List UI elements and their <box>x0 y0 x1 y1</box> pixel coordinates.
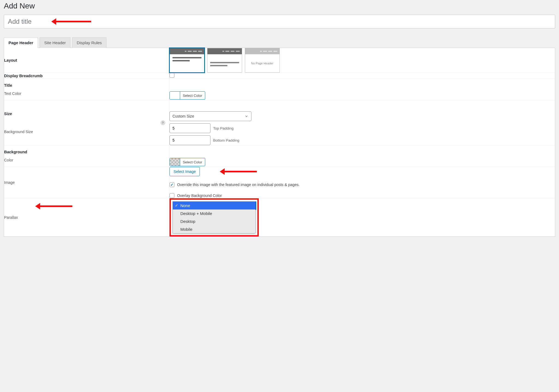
overlay-bg-checkbox[interactable] <box>170 193 174 198</box>
parallax-dropdown-open[interactable]: None Desktop + Mobile Desktop Mobile <box>173 201 256 234</box>
row-heading-title: Title <box>4 83 169 88</box>
layout-option-full-header[interactable] <box>170 48 204 73</box>
bg-color-button[interactable]: Select Color <box>170 158 205 166</box>
top-padding-input[interactable] <box>170 123 210 133</box>
tab-display-rules[interactable]: Display Rules <box>72 37 106 48</box>
bg-size-select-value: Custom Size <box>173 114 194 118</box>
row-label-bg-color: Color <box>4 158 13 162</box>
parallax-option-none[interactable]: None <box>173 202 255 210</box>
select-color-label: Select Color <box>180 158 205 166</box>
override-image-checkbox[interactable] <box>170 182 174 187</box>
layout-thumb-head <box>245 48 280 54</box>
color-swatch-transparent <box>170 158 180 166</box>
parallax-option-desktop[interactable]: Desktop <box>173 217 255 225</box>
annotation-arrow <box>37 205 72 207</box>
annotation-highlight-box: None Desktop + Mobile Desktop Mobile <box>170 198 259 237</box>
chevron-down-icon <box>245 114 248 118</box>
select-color-label: Select Color <box>180 92 205 99</box>
text-color-button[interactable]: Select Color <box>170 91 205 100</box>
row-heading-background: Background <box>4 150 169 154</box>
layout-thumb-head <box>207 48 242 54</box>
select-image-button[interactable]: Select Image <box>170 167 200 176</box>
color-swatch-white <box>170 92 180 99</box>
row-label-layout: Layout <box>4 48 170 73</box>
row-label-image: Image <box>4 167 170 198</box>
layout-options: No Page Header <box>170 48 555 73</box>
tab-bar: Page Header Site Header Display Rules <box>4 37 555 48</box>
bottom-padding-input[interactable] <box>170 135 210 145</box>
layout-option-no-page-header[interactable]: No Page Header <box>245 48 280 73</box>
row-label-breadcrumb: Display Breadcrumb <box>4 73 170 79</box>
layout-option-header-only[interactable] <box>207 48 242 73</box>
row-heading-size: Size <box>4 112 169 116</box>
annotation-arrow <box>53 21 91 22</box>
layout-thumb-body <box>207 54 242 71</box>
settings-table: Layout <box>4 48 555 237</box>
breadcrumb-checkbox[interactable] <box>170 73 174 78</box>
no-page-header-text: No Page Header <box>245 54 280 72</box>
overlay-bg-label: Overlay Background Color <box>177 193 222 198</box>
override-image-label: Override this image with the featured im… <box>177 182 300 187</box>
help-icon[interactable]: ? <box>160 120 165 125</box>
bottom-padding-label: Bottom Padding <box>213 138 239 142</box>
row-label-bg-size: Background Size <box>4 130 33 134</box>
row-label-text-color: Text Color <box>4 91 21 96</box>
tab-page-header[interactable]: Page Header <box>4 37 38 48</box>
top-padding-label: Top Padding <box>213 126 234 130</box>
layout-thumb-head <box>170 48 204 54</box>
page-title: Add New <box>4 2 555 10</box>
layout-thumb-body <box>170 54 204 66</box>
parallax-option-mobile[interactable]: Mobile <box>173 225 255 233</box>
row-label-parallax: Parallax <box>4 198 170 237</box>
annotation-arrow <box>221 171 257 172</box>
title-input-wrap <box>4 15 555 28</box>
parallax-option-desktop-mobile[interactable]: Desktop + Mobile <box>173 210 255 217</box>
bg-size-select[interactable]: Custom Size <box>170 111 251 121</box>
tab-site-header[interactable]: Site Header <box>40 37 70 48</box>
